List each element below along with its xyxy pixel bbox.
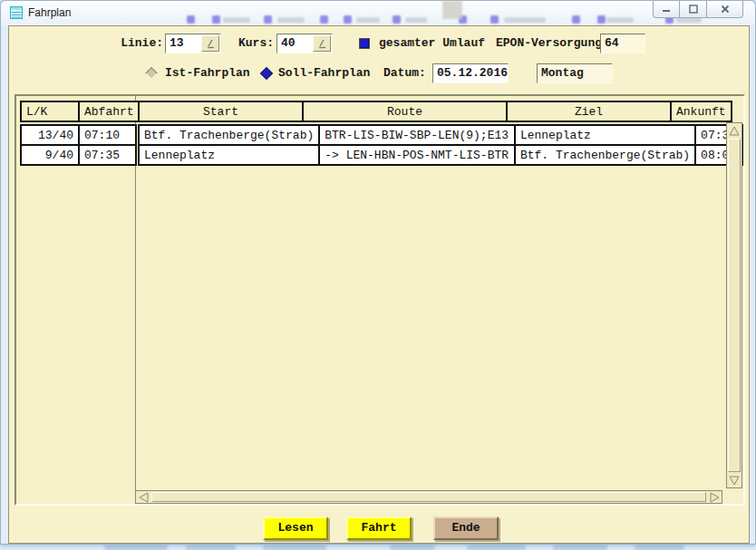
cell-abfahrt[interactable]: 07:35 — [79, 145, 136, 165]
scroll-down-button[interactable] — [728, 474, 741, 487]
window-controls — [653, 1, 743, 18]
arrow-left-icon — [139, 492, 149, 503]
gesamter-umlauf-label[interactable]: gesamter Umlauf — [379, 36, 485, 51]
horizontal-scroll-thumb[interactable] — [151, 492, 706, 502]
column-header-abfahrt: Abfahrt — [79, 101, 140, 121]
cell-ziel[interactable]: Btf. Trachenberge(Strab) — [515, 145, 695, 165]
column-header-lk: L/K — [21, 101, 79, 121]
minimize-button[interactable] — [653, 1, 680, 18]
timetable-icon — [9, 5, 24, 20]
ende-button[interactable]: Ende — [433, 516, 499, 540]
weekday-field[interactable]: Montag — [537, 63, 613, 83]
client-area: Linie: 13 Kurs: 40 gesamter Umlauf EPON- — [8, 25, 750, 544]
timetable-frame: L/K Abfahrt Start Route Ziel Ankunft 13/… — [15, 94, 745, 506]
vertical-scroll-thumb[interactable] — [728, 139, 741, 472]
soll-fahrplan-radio[interactable] — [260, 67, 273, 80]
desktop-blob — [390, 545, 435, 550]
titlebar[interactable]: Fahrplan — [1, 1, 755, 25]
epon-label: EPON-Versorgung: — [496, 36, 609, 51]
ist-fahrplan-label[interactable]: Ist-Fahrplan — [165, 66, 250, 81]
desktop-blob — [467, 545, 526, 550]
column-header-ankunft: Ankunft — [671, 101, 732, 121]
epon-value: 64 — [605, 36, 619, 50]
weekday-value: Montag — [541, 66, 584, 80]
fahrt-button[interactable]: Fahrt — [346, 516, 412, 540]
table-header-fixed: L/K Abfahrt — [20, 101, 141, 122]
kurs-value: 40 — [281, 36, 296, 50]
kurs-label: Kurs: — [234, 36, 274, 51]
lesen-button[interactable]: Lesen — [263, 516, 328, 540]
column-header-ziel: Ziel — [507, 101, 671, 121]
app-icon — [9, 5, 24, 24]
datum-label: Datum: — [383, 66, 426, 81]
scroll-left-button[interactable] — [137, 492, 150, 502]
close-button[interactable] — [707, 1, 743, 18]
kurs-dropdown-button[interactable] — [313, 35, 331, 52]
cell-route[interactable]: BTR-LIS-BIW-SBP-LEN(9);E13 — [319, 125, 515, 145]
vertical-scrollbar[interactable] — [726, 122, 742, 488]
soll-fahrplan-label[interactable]: Soll-Fahrplan — [278, 66, 370, 81]
maximize-button[interactable] — [680, 1, 707, 18]
desktop-blob — [635, 545, 684, 550]
datum-value: 05.12.2016 — [437, 66, 508, 80]
arrow-up-icon — [729, 126, 740, 136]
linie-label: Linie: — [118, 36, 163, 51]
cell-abfahrt[interactable]: 07:10 — [79, 125, 136, 145]
scroll-up-button[interactable] — [728, 124, 741, 137]
scroll-right-button[interactable] — [708, 492, 721, 502]
arrow-right-icon — [710, 492, 720, 503]
table-row[interactable]: 13/40 07:10 — [21, 125, 136, 145]
arrow-down-icon — [729, 476, 740, 486]
linie-value: 13 — [170, 36, 184, 50]
table-row[interactable]: Lenneplatz -> LEN-HBN-POS-NMT-LIS-BTR Bt… — [139, 145, 742, 165]
slash-icon — [206, 39, 215, 49]
gesamter-umlauf-checkbox[interactable] — [359, 38, 370, 49]
linie-field[interactable]: 13 — [165, 34, 221, 53]
maximize-icon — [688, 4, 699, 14]
cell-start[interactable]: Lenneplatz — [139, 145, 319, 165]
column-header-start: Start — [139, 101, 303, 121]
horizontal-scrollbar[interactable] — [135, 490, 722, 504]
table-row[interactable]: Btf. Trachenberge(Strab) BTR-LIS-BIW-SBP… — [139, 125, 742, 145]
table-header-scroll: Start Route Ziel Ankunft — [138, 101, 732, 122]
cell-lk[interactable]: 13/40 — [21, 125, 79, 145]
column-header-route: Route — [303, 101, 507, 121]
desktop-blob — [553, 545, 607, 550]
table-row[interactable]: 9/40 07:35 — [21, 145, 136, 165]
slash-icon — [317, 39, 326, 49]
desktop-blob — [263, 545, 326, 550]
desktop-blob — [104, 545, 168, 550]
window-title: Fahrplan — [28, 6, 71, 19]
linie-dropdown-button[interactable] — [201, 35, 219, 52]
cell-start[interactable]: Btf. Trachenberge(Strab) — [139, 125, 319, 145]
cell-route[interactable]: -> LEN-HBN-POS-NMT-LIS-BTR — [319, 145, 515, 165]
cell-ziel[interactable]: Lenneplatz — [515, 125, 695, 145]
fahrplan-window: Fahrplan — [0, 0, 756, 545]
minimize-icon — [661, 4, 672, 14]
kurs-field[interactable]: 40 — [276, 34, 333, 53]
close-icon — [720, 4, 731, 14]
cell-lk[interactable]: 9/40 — [21, 145, 79, 165]
ist-fahrplan-radio[interactable] — [145, 67, 158, 80]
desktop-blob — [186, 545, 236, 550]
epon-field[interactable]: 64 — [600, 34, 645, 53]
table-body-fixed: 13/40 07:10 9/40 07:35 — [20, 124, 137, 166]
table-body-scroll: Btf. Trachenberge(Strab) BTR-LIS-BIW-SBP… — [138, 124, 743, 166]
datum-field[interactable]: 05.12.2016 — [432, 63, 509, 83]
